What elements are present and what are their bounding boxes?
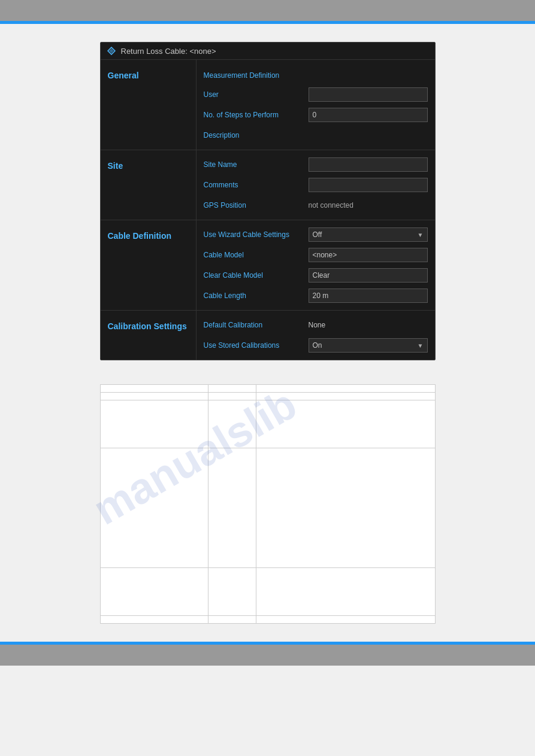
comments-input[interactable] [309,178,428,192]
settings-panel: Return Loss Cable: <none> General Measur… [100,42,436,360]
cable-model-label: Cable Model [204,251,309,259]
table-cell [256,568,435,616]
table-cell [256,400,435,448]
table-cell [208,448,256,568]
cable-length-input[interactable] [309,289,428,303]
user-field-row: User [204,86,428,103]
table-cell [208,385,256,393]
table-cell [100,568,208,616]
sitename-field-row: Site Name [204,156,428,173]
cable-length-label: Cable Length [204,292,309,300]
wizard-cable-select[interactable]: Off ▼ [309,227,428,242]
stored-cal-label: Use Stored Calibrations [204,341,309,350]
table-cell [256,385,435,393]
comments-field-row: Comments [204,177,428,193]
stored-cal-field-row: Use Stored Calibrations On ▼ [204,337,428,354]
cable-model-input[interactable] [309,248,428,262]
section-cable-label: Cable Definition [101,220,197,310]
bottom-bar [0,642,535,666]
cable-length-field-row: Cable Length [204,287,428,304]
section-cable: Cable Definition Use Wizard Cable Settin… [101,220,435,311]
section-general-label: General [101,60,197,150]
sitename-input[interactable] [309,157,428,172]
data-table [100,384,436,624]
table-cell [208,568,256,616]
default-cal-label: Default Calibration [204,321,309,329]
table-cell [208,400,256,448]
gps-value: not connected [309,201,428,210]
table-cell [100,400,208,448]
diamond-icon [107,46,116,56]
wizard-cable-field-row: Use Wizard Cable Settings Off ▼ [204,226,428,243]
bottom-bar-blue-accent [0,642,535,645]
clear-cable-label: Clear Cable Model [204,271,309,280]
wizard-cable-select-value: Off [313,230,322,239]
table-cell [208,616,256,624]
description-field-row: Description [204,127,428,144]
table-row [100,616,435,624]
main-content: Return Loss Cable: <none> General Measur… [0,24,535,642]
steps-input[interactable] [309,108,428,122]
top-bar [0,0,535,24]
default-cal-field-row: Default Calibration None [204,317,428,333]
chevron-down-icon-2: ▼ [418,342,424,349]
section-calibration-label: Calibration Settings [101,311,197,360]
panel-title-bar: Return Loss Cable: <none> [101,42,435,60]
top-bar-blue-accent [0,21,535,24]
measurement-definition-header-row: Measurement Definition [204,66,428,83]
section-calibration: Calibration Settings Default Calibration… [101,311,435,360]
section-site: Site Site Name Comments GPS Position not… [101,150,435,220]
table-row [100,393,435,400]
chevron-down-icon: ▼ [418,232,424,238]
sitename-label: Site Name [204,160,309,169]
table-wrapper: manualslib [0,384,535,624]
steps-label: No. of Steps to Perform [204,111,309,119]
table-row [100,385,435,393]
stored-cal-select[interactable]: On ▼ [309,338,428,353]
section-general-fields: Measurement Definition User No. of Steps… [197,60,435,150]
table-cell [100,448,208,568]
section-cable-fields: Use Wizard Cable Settings Off ▼ Cable Mo… [197,220,435,310]
table-cell [208,393,256,400]
comments-label: Comments [204,181,309,189]
steps-field-row: No. of Steps to Perform [204,107,428,123]
user-label: User [204,90,309,99]
wizard-cable-label: Use Wizard Cable Settings [204,230,309,239]
panel-title: Return Loss Cable: <none> [121,47,216,56]
measurement-definition-label: Measurement Definition [204,68,280,81]
table-row [100,568,435,616]
gps-field-row: GPS Position not connected [204,197,428,214]
table-cell [100,385,208,393]
section-site-label: Site [101,150,197,220]
gps-label: GPS Position [204,201,309,210]
stored-cal-select-value: On [313,341,322,350]
panel-body: General Measurement Definition User No. … [101,60,435,360]
section-site-fields: Site Name Comments GPS Position not conn… [197,150,435,220]
table-cell [100,616,208,624]
clear-cable-field-row: Clear Cable Model [204,267,428,284]
table-row [100,400,435,448]
section-calibration-fields: Default Calibration None Use Stored Cali… [197,311,435,360]
table-cell [256,393,435,400]
cable-model-field-row: Cable Model [204,247,428,263]
table-cell [256,448,435,568]
table-cell [100,393,208,400]
clear-cable-input[interactable] [309,268,428,283]
section-general: General Measurement Definition User No. … [101,60,435,150]
default-cal-value: None [309,321,428,329]
user-input[interactable] [309,87,428,102]
description-label: Description [204,131,309,139]
table-cell [256,616,435,624]
table-row [100,448,435,568]
